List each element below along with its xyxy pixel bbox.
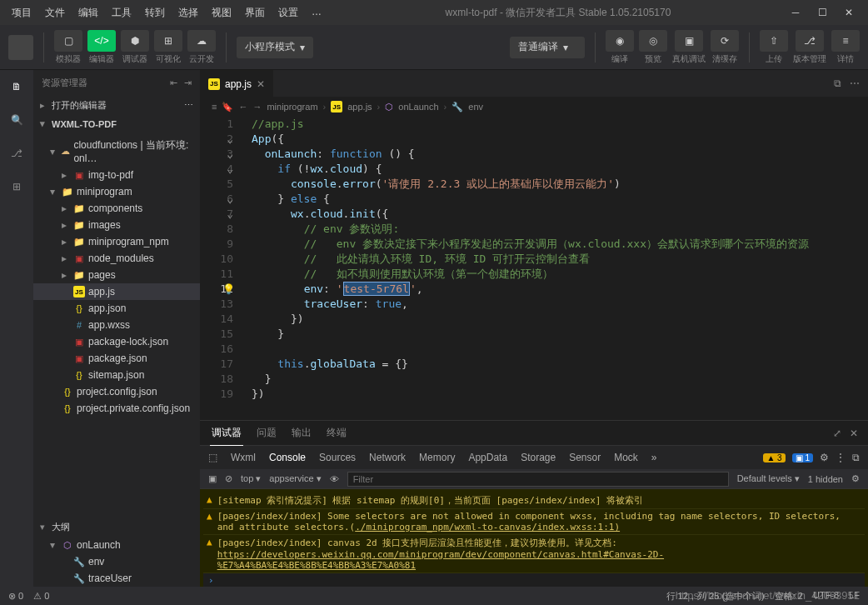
avatar[interactable] xyxy=(8,35,33,60)
close-icon[interactable]: ✕ xyxy=(257,78,265,90)
compile-button[interactable]: ◉ xyxy=(606,30,634,52)
menu-project[interactable]: 项目 xyxy=(7,2,37,23)
context-icon[interactable]: ▣ xyxy=(208,473,217,484)
warn-badge[interactable]: ▲ 3 xyxy=(763,453,785,462)
split-icon[interactable]: ⧉ xyxy=(834,78,841,89)
tree-item[interactable]: JSapp.js xyxy=(33,283,200,300)
tree-item[interactable]: {}app.json xyxy=(33,300,200,317)
outline-item[interactable]: ▾⬡onLaunch xyxy=(33,537,200,553)
menu-goto[interactable]: 转到 xyxy=(140,2,170,23)
dt-sensor[interactable]: Sensor xyxy=(569,452,601,463)
explorer-icon[interactable]: 🗎 xyxy=(7,77,27,97)
tab-output[interactable]: 输出 xyxy=(290,421,313,445)
menu-file[interactable]: 文件 xyxy=(40,2,70,23)
menu-select[interactable]: 选择 xyxy=(173,2,203,23)
expand-icon[interactable]: ⤢ xyxy=(833,428,841,439)
git-icon[interactable]: ⎇ xyxy=(7,143,27,163)
kebab-icon[interactable]: ⋮ xyxy=(836,452,846,463)
bc-item[interactable]: env xyxy=(468,102,483,112)
context-dropdown[interactable]: top ▾ xyxy=(241,473,261,484)
dt-appdata[interactable]: AppData xyxy=(468,452,507,463)
tree-item[interactable]: ▸📁components xyxy=(33,200,200,217)
tab-terminal[interactable]: 终端 xyxy=(325,421,348,445)
more-icon[interactable]: ⋯ xyxy=(184,100,193,111)
maximize-icon[interactable]: ☐ xyxy=(816,7,828,18)
dt-wxml[interactable]: Wxml xyxy=(231,452,256,463)
tree-item[interactable]: #app.wxss xyxy=(33,317,200,333)
console-body[interactable]: ▲[sitemap 索引情况提示] 根据 sitemap 的规则[0]，当前页面… xyxy=(200,489,868,587)
dt-memory[interactable]: Memory xyxy=(419,452,455,463)
tree-item[interactable]: {}sitemap.json xyxy=(33,367,200,383)
search-icon[interactable]: 🔍 xyxy=(7,110,27,130)
tree-item[interactable]: ▣package-lock.json xyxy=(33,333,200,350)
cursor-position[interactable]: 行 12，列 25 (选中个词) xyxy=(666,590,765,602)
tree-item[interactable]: {}project.private.config.json xyxy=(33,400,200,417)
tree-item[interactable]: ▸▣img-to-pdf xyxy=(33,167,200,183)
info-badge[interactable]: ▣ 1 xyxy=(792,453,813,462)
popout-icon[interactable]: ⧉ xyxy=(852,452,860,463)
indent-status[interactable]: 空格: 2 xyxy=(775,590,803,602)
outline-section[interactable]: ▾ 大纲 xyxy=(33,518,200,537)
inspect-icon[interactable]: ⬚ xyxy=(208,452,217,463)
list-icon[interactable]: ≡ xyxy=(212,102,217,112)
menu-tools[interactable]: 工具 xyxy=(107,2,137,23)
simulator-button[interactable]: ▢ xyxy=(54,30,82,52)
eye-icon[interactable]: 👁 xyxy=(330,474,339,484)
realdebug-button[interactable]: ▣ xyxy=(675,30,703,52)
errors-count[interactable]: ⊗ 0 xyxy=(8,591,23,602)
close-icon[interactable]: ✕ xyxy=(850,428,858,439)
menu-interface[interactable]: 界面 xyxy=(240,2,270,23)
project-section[interactable]: ▾ WXML-TO-PDF xyxy=(33,115,200,132)
more-icon[interactable]: ⋯ xyxy=(850,78,860,89)
filter-input[interactable] xyxy=(347,472,729,487)
bc-item[interactable]: app.js xyxy=(347,102,372,112)
preview-button[interactable]: ◎ xyxy=(639,30,667,52)
bc-item[interactable]: onLaunch xyxy=(398,102,438,112)
bookmark-icon[interactable]: 🔖 xyxy=(222,102,233,112)
expand-icon[interactable]: ⇥ xyxy=(184,78,192,88)
tree-item[interactable]: ▾📁miniprogram xyxy=(33,183,200,200)
dt-console[interactable]: Console xyxy=(269,452,306,463)
details-button[interactable]: ≡ xyxy=(831,30,860,52)
back-icon[interactable]: ← xyxy=(238,102,247,112)
tab-appjs[interactable]: JS app.js ✕ xyxy=(200,70,273,97)
levels-dropdown[interactable]: Default levels ▾ xyxy=(737,473,800,484)
dt-network[interactable]: Network xyxy=(369,452,406,463)
cloud-button[interactable]: ☁ xyxy=(187,30,216,52)
outline-item[interactable]: 🔧env xyxy=(33,553,200,570)
collapse-icon[interactable]: ⇤ xyxy=(170,78,177,88)
tree-item[interactable]: ▸📁pages xyxy=(33,267,200,283)
compile-mode-dropdown[interactable]: 普通编译▾ xyxy=(510,37,585,58)
code-editor[interactable]: 12⌄3⌄4⌄56⌄7⌄89101112💡13141516171819 //ap… xyxy=(200,117,868,420)
menu-more[interactable]: … xyxy=(307,2,327,23)
dt-more[interactable]: » xyxy=(651,452,657,463)
mode-dropdown[interactable]: 小程序模式▾ xyxy=(237,37,313,58)
visual-button[interactable]: ⊞ xyxy=(154,30,182,52)
warnings-count[interactable]: ⚠ 0 xyxy=(33,591,49,602)
menu-edit[interactable]: 编辑 xyxy=(73,2,103,23)
bc-item[interactable]: miniprogram xyxy=(267,102,317,112)
tree-item[interactable]: ▾☁cloudfunctions | 当前环境: onl… xyxy=(33,136,200,167)
hidden-count[interactable]: 1 hidden xyxy=(808,474,843,484)
menu-settings[interactable]: 设置 xyxy=(273,2,303,23)
extensions-icon[interactable]: ⊞ xyxy=(7,177,27,197)
version-button[interactable]: ⎇ xyxy=(796,30,824,52)
tree-item[interactable]: ▸📁miniprogram_npm xyxy=(33,233,200,250)
clearcache-button[interactable]: ⟳ xyxy=(711,30,739,52)
tree-item[interactable]: ▸📁images xyxy=(33,217,200,233)
open-editors-section[interactable]: ▸ 打开的编辑器 ⋯ xyxy=(33,96,200,115)
clear-icon[interactable]: ⊘ xyxy=(225,473,232,484)
tab-debugger[interactable]: 调试器 xyxy=(210,421,243,446)
minimize-icon[interactable]: ─ xyxy=(790,7,801,18)
encoding-status[interactable]: UTF-8 xyxy=(813,590,839,602)
dt-mock[interactable]: Mock xyxy=(614,452,638,463)
dt-storage[interactable]: Storage xyxy=(521,452,556,463)
editor-button[interactable]: </> xyxy=(87,30,116,52)
target-dropdown[interactable]: appservice ▾ xyxy=(269,473,321,484)
tree-item[interactable]: {}project.config.json xyxy=(33,383,200,400)
eol-status[interactable]: LF xyxy=(849,590,860,602)
forward-icon[interactable]: → xyxy=(252,102,262,112)
menu-view[interactable]: 视图 xyxy=(207,2,237,23)
console-prompt[interactable]: › xyxy=(203,573,865,587)
dt-sources[interactable]: Sources xyxy=(319,452,356,463)
